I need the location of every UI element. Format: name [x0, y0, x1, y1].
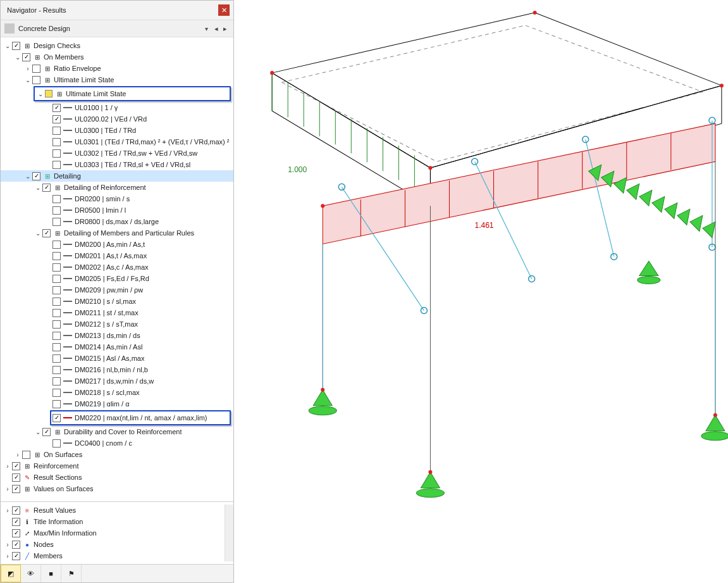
checkbox[interactable]	[12, 518, 20, 526]
checkbox[interactable]	[52, 275, 61, 283]
tree-node-nodes[interactable]: › ● Nodes	[1, 539, 225, 550]
checkbox[interactable]	[42, 184, 51, 192]
checkbox[interactable]	[32, 76, 40, 84]
checkbox[interactable]	[12, 473, 20, 482]
eye-button[interactable]: 👁	[21, 565, 41, 582]
expand-icon[interactable]: ›	[3, 553, 12, 560]
tree-leaf[interactable]: DM0212 | s / sT,max	[1, 318, 233, 330]
checkbox[interactable]	[52, 263, 61, 272]
checkbox[interactable]	[52, 115, 61, 123]
tree-leaf[interactable]: DM0205 | Fs,Ed / Fs,Rd	[1, 273, 233, 284]
checkbox[interactable]	[52, 206, 61, 215]
checkbox[interactable]	[52, 414, 61, 422]
model-viewport[interactable]: 1.000 1.461	[234, 0, 728, 583]
tree-leaf[interactable]: DR0800 | ds,max / ds,large	[1, 216, 233, 227]
tree-leaf[interactable]: DM0216 | nl,b,min / nl,b	[1, 364, 233, 375]
tree-leaf[interactable]: DM0210 | s / sl,max	[1, 296, 233, 307]
tree-leaf[interactable]: DM0209 | ρw,min / ρw	[1, 284, 233, 296]
scrollbar[interactable]	[225, 505, 233, 561]
checkbox[interactable]	[12, 462, 20, 470]
expand-icon[interactable]: ⌄	[34, 184, 42, 191]
tree-node-maxmin[interactable]: ⤢ Max/Min Information	[1, 527, 225, 539]
checkbox[interactable]	[52, 195, 61, 203]
view-selector[interactable]: Concrete Design ▾ ◂ ▸	[1, 20, 233, 37]
result-tree[interactable]: ⌄ ⊞ Design Checks ⌄ ⊞ On Members › ⊞ Rat…	[1, 37, 233, 501]
expand-icon[interactable]: ⌄	[23, 173, 32, 180]
expand-icon[interactable]: ›	[3, 541, 12, 548]
tree-leaf[interactable]: UL0200.02 | VEd / VRd	[1, 113, 233, 125]
checkbox[interactable]	[52, 161, 61, 169]
tree-node-on-surfaces[interactable]: › ⊞ On Surfaces	[1, 449, 233, 460]
nav-prev-icon[interactable]: ◂	[212, 25, 221, 33]
checkbox[interactable]	[52, 343, 61, 351]
checkbox[interactable]	[52, 252, 61, 260]
tree-leaf[interactable]: DM0215 | Asl / As,max	[1, 353, 233, 364]
tree-node-durability[interactable]: ⌄ ⊞ Durability and Cover to Reinforcemen…	[1, 426, 233, 437]
tree-node-members[interactable]: › ╱ Members	[1, 550, 225, 561]
expand-icon[interactable]: ›	[3, 463, 12, 470]
tree-node-uls[interactable]: ⌄ ⊞ Ultimate Limit State	[1, 74, 233, 85]
tree-leaf[interactable]: DM0214 | As,min / Asl	[1, 341, 233, 353]
expand-icon[interactable]: ⌄	[36, 91, 45, 97]
tree-node-values-surfaces[interactable]: › ⊞ Values on Surfaces	[1, 483, 233, 494]
tree-node-detail-members[interactable]: ⌄ ⊞ Detailing of Members and Particular …	[1, 227, 233, 239]
checkbox[interactable]	[52, 104, 61, 112]
checkbox[interactable]	[12, 42, 20, 50]
tree-leaf[interactable]: UL0301 | (TEd / TRd,max) ² + (VEd,τ / VR…	[1, 136, 233, 147]
checkbox[interactable]	[52, 439, 61, 448]
checkbox[interactable]	[12, 552, 20, 560]
checkbox[interactable]	[52, 309, 61, 317]
tree-leaf[interactable]: DM0213 | ds,min / ds	[1, 330, 233, 341]
close-icon[interactable]: ✕	[218, 4, 230, 16]
tree-node-design-checks[interactable]: ⌄ ⊞ Design Checks	[1, 40, 233, 51]
checkbox[interactable]	[12, 529, 20, 537]
tree-node-uls-inner[interactable]: ⌄ ⊞ Ultimate Limit State	[36, 88, 228, 99]
tree-leaf-dm0220[interactable]: DM0220 | max(nt,lim / nt, amax / amax,li…	[52, 412, 228, 423]
checkbox[interactable]	[32, 172, 40, 180]
checkbox[interactable]	[12, 506, 20, 515]
tree-leaf[interactable]: DR0200 | smin / s	[1, 193, 233, 204]
expand-icon[interactable]: ›	[3, 486, 12, 492]
checkbox[interactable]	[52, 138, 61, 146]
checkbox[interactable]	[12, 541, 20, 549]
tree-leaf[interactable]: DM0201 | As,t / As,max	[1, 250, 233, 261]
checkbox[interactable]	[22, 451, 30, 459]
tree-leaf[interactable]: DC0400 | cnom / c	[1, 437, 233, 449]
expand-icon[interactable]: ⌄	[13, 54, 22, 61]
video-button[interactable]: ■	[41, 565, 61, 582]
expand-icon[interactable]: ›	[23, 65, 32, 72]
checkbox[interactable]	[52, 218, 61, 226]
tree-node-result-sections[interactable]: ✎ Result Sections	[1, 472, 233, 483]
expand-icon[interactable]: ⌄	[34, 230, 42, 237]
checkbox[interactable]	[52, 377, 61, 386]
tree-leaf[interactable]: DM0217 | ds,w,min / ds,w	[1, 375, 233, 387]
checkbox[interactable]	[52, 366, 61, 374]
tree-leaf[interactable]: UL0100 | 1 / γ	[1, 102, 233, 113]
checkbox[interactable]	[42, 428, 51, 436]
expand-icon[interactable]: ⌄	[23, 77, 32, 84]
highlight-button[interactable]: ◩	[1, 565, 21, 582]
checkbox[interactable]	[52, 389, 61, 397]
checkbox[interactable]	[52, 149, 61, 158]
checkbox[interactable]	[52, 332, 61, 340]
tree-node-ratio-envelope[interactable]: › ⊞ Ratio Envelope	[1, 63, 233, 74]
tree-node-result-values[interactable]: › ≡ Result Values	[1, 505, 225, 516]
expand-icon[interactable]: ›	[3, 507, 12, 514]
tree-leaf[interactable]: DM0218 | s / scl,max	[1, 387, 233, 398]
expand-icon[interactable]: ›	[13, 451, 22, 458]
checkbox[interactable]	[52, 354, 61, 363]
tree-leaf[interactable]: UL0300 | TEd / TRd	[1, 125, 233, 136]
checkbox[interactable]	[22, 53, 30, 61]
checkbox[interactable]	[52, 298, 61, 306]
tree-node-reinforcement[interactable]: › ⊞ Reinforcement	[1, 460, 233, 472]
tree-node-detailing[interactable]: ⌄ ⊞ Detailing	[1, 170, 233, 182]
checkbox[interactable]	[42, 229, 51, 237]
checkbox[interactable]	[52, 400, 61, 408]
checkbox[interactable]	[12, 485, 20, 493]
checkbox[interactable]	[52, 241, 61, 249]
nav-next-icon[interactable]: ▸	[221, 25, 230, 33]
expand-icon[interactable]: ⌄	[34, 429, 42, 436]
tree-leaf[interactable]: DR0500 | lmin / l	[1, 204, 233, 216]
tree-node-on-members[interactable]: ⌄ ⊞ On Members	[1, 51, 233, 63]
checkbox[interactable]	[52, 127, 61, 135]
